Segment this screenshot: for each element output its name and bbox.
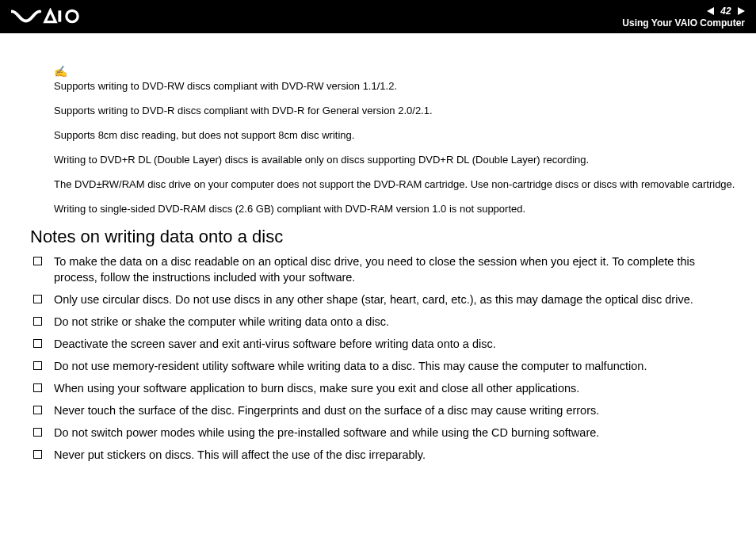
list-item: Never put stickers on discs. This will a… — [30, 447, 737, 463]
bullet-list: To make the data on a disc readable on a… — [30, 254, 737, 463]
next-page-icon[interactable] — [738, 7, 745, 15]
note-line: Writing to DVD+R DL (Double Layer) discs… — [54, 153, 737, 166]
note-line: Supports 8cm disc reading, but does not … — [54, 128, 737, 142]
list-item: Do not switch power modes while using th… — [30, 425, 737, 441]
list-item: Never touch the surface of the disc. Fin… — [30, 402, 737, 418]
note-line: Supports writing to DVD-R discs complian… — [54, 104, 737, 117]
list-item: Deactivate the screen saver and exit ant… — [30, 336, 737, 352]
list-item: To make the data on a disc readable on a… — [30, 254, 737, 285]
svg-point-1 — [67, 10, 78, 21]
note-line: The DVD±RW/RAM disc drive on your comput… — [54, 177, 737, 191]
svg-rect-0 — [58, 10, 61, 21]
list-item: When using your software application to … — [30, 380, 737, 396]
section-heading: Notes on writing data onto a disc — [30, 227, 737, 247]
list-item: Do not use memory-resident utility softw… — [30, 358, 737, 374]
header-bar: 42 Using Your VAIO Computer — [0, 0, 756, 33]
note-line: Writing to single-sided DVD-RAM discs (2… — [54, 202, 737, 216]
prev-page-icon[interactable] — [707, 7, 714, 15]
note-line: Supports writing to DVD-RW discs complia… — [54, 79, 737, 93]
list-item: Do not strike or shake the computer whil… — [30, 314, 737, 330]
section-title: Using Your VAIO Computer — [622, 17, 745, 29]
page-number: 42 — [719, 6, 733, 17]
note-icon: ✍ — [54, 65, 737, 78]
vaio-logo — [11, 8, 98, 25]
list-item: Only use circular discs. Do not use disc… — [30, 292, 737, 307]
page-nav: 42 — [707, 6, 745, 17]
